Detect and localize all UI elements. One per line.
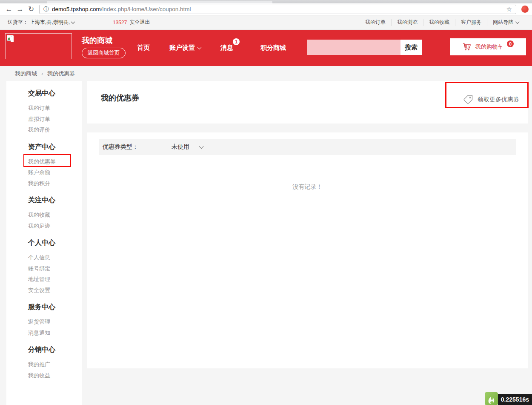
sidebar-item-personal-info[interactable]: 个人信息	[28, 252, 82, 263]
cart-label: 我的购物车	[475, 43, 503, 51]
forward-button[interactable]: →	[14, 4, 26, 15]
utility-link-my-history[interactable]: 我的浏览	[391, 19, 423, 26]
cart-count-badge: 0	[507, 40, 514, 47]
utility-link-site-nav[interactable]: 网站导航	[487, 19, 524, 26]
sidebar-item-my-earnings[interactable]: 我的收益	[28, 370, 82, 381]
nav-messages[interactable]: 消息 1	[220, 44, 233, 52]
sidebar-item-account-binding[interactable]: 账号绑定	[28, 263, 82, 274]
sidebar-item-my-reviews[interactable]: 我的评价	[28, 124, 82, 135]
breadcrumb-my-coupons[interactable]: 我的优惠券	[47, 70, 75, 78]
search-button[interactable]: 搜索	[400, 40, 422, 55]
debug-trace-bar: 0.225516s	[485, 392, 532, 405]
nav-home[interactable]: 首页	[137, 44, 150, 52]
sidebar-item-address-management[interactable]: 地址管理	[28, 274, 82, 285]
sidebar-item-my-coupons[interactable]: 我的优惠券	[28, 156, 82, 167]
ship-to-label: 送货至：	[8, 19, 28, 26]
sidebar: 交易中心 我的订单 虚拟订单 我的评价 资产中心 我的优惠券 账户余额 我的积分…	[6, 81, 82, 405]
account-logout: 13527 安全退出	[113, 19, 150, 26]
chevron-down-icon	[197, 45, 202, 49]
sidebar-item-my-promotion[interactable]: 我的推广	[28, 359, 82, 370]
ship-to-value: 上海市,县,崇明县,	[30, 19, 70, 26]
sidebar-item-my-favorites[interactable]: 我的收藏	[28, 210, 82, 221]
nav-account-settings[interactable]: 账户设置	[169, 44, 201, 52]
breadcrumb-my-mall[interactable]: 我的商城	[15, 70, 37, 78]
sidebar-section-trade: 交易中心 我的订单 虚拟订单 我的评价	[6, 88, 82, 135]
utility-link-my-orders[interactable]: 我的订单	[360, 19, 391, 26]
tag-icon	[462, 95, 474, 105]
coupon-list-panel: 优惠券类型： 未使用 没有记录！	[87, 132, 528, 368]
user-id[interactable]: 13527	[113, 20, 127, 26]
sidebar-section-distribution: 分销中心 我的推广 我的收益	[6, 344, 82, 381]
sidebar-item-my-footprints[interactable]: 我的足迹	[28, 221, 82, 232]
back-button[interactable]: ←	[3, 4, 14, 15]
breadcrumb: 我的商城 › 我的优惠券	[0, 66, 532, 81]
extension-icon[interactable]	[521, 6, 529, 13]
sidebar-item-security-settings[interactable]: 安全设置	[28, 285, 82, 296]
url-host: demo5.tpshop.com	[52, 6, 101, 12]
page-info-icon[interactable]: ⓘ	[43, 6, 49, 13]
execution-time: 0.225516s	[498, 394, 532, 405]
shop-logo-broken-image[interactable]	[5, 33, 72, 59]
sidebar-item-message-notifications[interactable]: 消息通知	[28, 327, 82, 339]
content-layout: 交易中心 我的订单 虚拟订单 我的评价 资产中心 我的优惠券 账户余额 我的积分…	[0, 81, 532, 405]
chevron-down-icon	[515, 20, 520, 24]
coupon-type-label: 优惠券类型：	[103, 143, 138, 151]
page-title-panel: 我的优惠券 领取更多优惠券	[87, 81, 528, 124]
sidebar-item-returns-management[interactable]: 退货管理	[28, 316, 82, 327]
logout-link[interactable]: 安全退出	[129, 19, 150, 26]
nav-points-mall[interactable]: 积分商城	[260, 44, 286, 52]
sidebar-item-my-points[interactable]: 我的积分	[28, 178, 82, 189]
sidebar-section-title: 关注中心	[28, 195, 82, 206]
utility-link-customer-service[interactable]: 客户服务	[455, 19, 487, 26]
site-header: 我的商城 返回商城首页 首页 账户设置 消息 1 积分商城 搜索 我的购物车 0	[0, 30, 532, 66]
broken-image-icon	[7, 35, 14, 42]
coupon-type-select[interactable]: 未使用	[172, 143, 203, 151]
utility-links: 我的订单 我的浏览 我的收藏 客户服务 网站导航	[360, 20, 524, 26]
main-nav: 首页 账户设置 消息 1 积分商城	[137, 30, 286, 66]
bookmark-star-icon[interactable]: ☆	[506, 6, 512, 13]
search-input[interactable]	[307, 40, 400, 55]
sidebar-section-personal: 个人中心 个人信息 账号绑定 地址管理 安全设置	[6, 237, 82, 296]
shop-title: 我的商城	[82, 35, 112, 46]
nav-messages-label: 消息	[220, 44, 233, 52]
thinkphp-logo-icon[interactable]	[485, 392, 498, 405]
get-more-coupons-label: 领取更多优惠券	[478, 96, 519, 103]
url-path: /index.php/Home/User/coupon.html	[101, 6, 191, 12]
flame-icon	[487, 394, 495, 404]
sidebar-section-follow: 关注中心 我的收藏 我的足迹	[6, 195, 82, 231]
browser-toolbar: ← → ↻ ⓘ demo5.tpshop.com /index.php/Home…	[0, 3, 532, 15]
reload-button[interactable]: ↻	[26, 4, 37, 15]
address-bar[interactable]: ⓘ demo5.tpshop.com /index.php/Home/User/…	[39, 5, 516, 14]
chevron-down-icon	[71, 20, 75, 24]
cart-button[interactable]: 我的购物车 0	[450, 38, 526, 55]
back-to-mall-button[interactable]: 返回商城首页	[82, 48, 126, 58]
get-more-coupons-link[interactable]: 领取更多优惠券	[462, 95, 519, 105]
sidebar-section-assets: 资产中心 我的优惠券 账户余额 我的积分	[6, 141, 82, 189]
sidebar-section-title: 交易中心	[28, 88, 82, 99]
sidebar-item-virtual-orders[interactable]: 虚拟订单	[28, 114, 82, 125]
sidebar-section-service: 服务中心 退货管理 消息通知	[6, 302, 82, 338]
empty-records-message: 没有记录！	[99, 183, 516, 191]
nav-home-label: 首页	[137, 44, 150, 52]
sidebar-item-my-orders[interactable]: 我的订单	[28, 103, 82, 114]
sidebar-section-title: 资产中心	[28, 141, 82, 152]
page-title: 我的优惠券	[101, 93, 139, 103]
main-column: 我的优惠券 领取更多优惠券 优惠券类型： 未使用	[87, 81, 528, 368]
browser-tab-strip	[0, 0, 532, 3]
breadcrumb-separator: ›	[41, 70, 43, 77]
coupon-filter-bar: 优惠券类型： 未使用	[99, 139, 516, 155]
header-search: 搜索	[307, 40, 422, 55]
sidebar-section-title: 个人中心	[28, 237, 82, 248]
sidebar-section-title: 服务中心	[28, 302, 82, 313]
site-nav-label: 网站导航	[493, 19, 513, 26]
nav-points-mall-label: 积分商城	[260, 44, 286, 52]
nav-account-settings-label: 账户设置	[169, 44, 195, 52]
utility-bar: 送货至： 上海市,县,崇明县, 13527 安全退出 我的订单 我的浏览 我的收…	[0, 15, 532, 30]
utility-link-my-favorites[interactable]: 我的收藏	[423, 19, 455, 26]
chevron-down-icon	[199, 144, 203, 149]
sidebar-section-title: 分销中心	[28, 344, 82, 355]
page-body: 我的商城 › 我的优惠券 交易中心 我的订单 虚拟订单 我的评价 资产中心 我的…	[0, 66, 532, 405]
sidebar-item-account-balance[interactable]: 账户余额	[28, 167, 82, 178]
ship-to-selector[interactable]: 送货至： 上海市,县,崇明县,	[8, 19, 74, 26]
cart-icon	[462, 43, 472, 51]
